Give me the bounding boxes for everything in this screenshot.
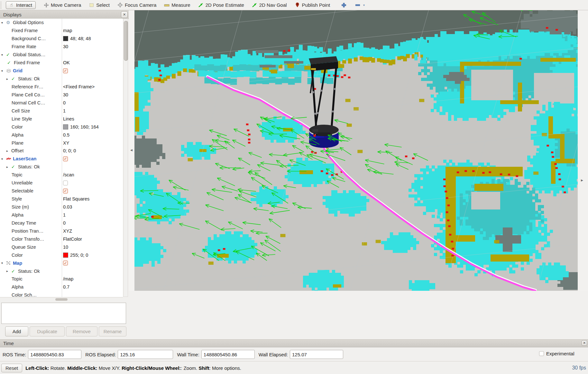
- property-value[interactable]: 1: [63, 212, 66, 218]
- checkbox-checked-icon[interactable]: ✓: [63, 261, 68, 265]
- tool-select[interactable]: Select: [89, 2, 110, 8]
- property-value[interactable]: ✓: [63, 261, 68, 265]
- dropdown-caret-icon[interactable]: ▾: [363, 4, 365, 7]
- expander-closed-icon[interactable]: ▸: [6, 77, 11, 81]
- checkbox-checked-icon[interactable]: ✓: [63, 156, 68, 161]
- property-value[interactable]: 1: [63, 108, 66, 113]
- right-splitter[interactable]: ▶: [578, 10, 588, 291]
- duplicate-display-button[interactable]: Duplicate: [30, 326, 65, 336]
- expander-open-icon[interactable]: ▾: [1, 157, 6, 161]
- experimental-checkbox[interactable]: [539, 351, 544, 356]
- tree-row[interactable]: Color Sch…: [0, 291, 123, 297]
- tree-row[interactable]: Color Transfo…FlatColor: [0, 235, 123, 243]
- tree-row[interactable]: Fixed Framemap: [0, 27, 123, 35]
- property-value[interactable]: 0: [63, 100, 66, 105]
- tree-row[interactable]: StyleFlat Squares: [0, 195, 123, 203]
- expander-open-icon[interactable]: ▾: [1, 21, 6, 24]
- tree-row[interactable]: ✓Fixed FrameOK: [0, 59, 123, 67]
- scrollbar-thumb[interactable]: [55, 298, 68, 301]
- tool-move-camera[interactable]: Move Camera: [43, 2, 81, 8]
- checkbox-checked-icon[interactable]: ✓: [63, 189, 68, 193]
- tree-vertical-scrollbar[interactable]: [123, 19, 128, 297]
- property-value[interactable]: ✓: [63, 189, 68, 193]
- tool-2d-pose-estimate[interactable]: 2D Pose Estimate: [198, 2, 244, 8]
- left-splitter[interactable]: ◀: [129, 10, 134, 291]
- tree-row[interactable]: ▸✓Status: Ok: [0, 267, 123, 275]
- expander-closed-icon[interactable]: ▸: [6, 269, 11, 273]
- color-swatch[interactable]: [63, 124, 68, 129]
- property-value[interactable]: 10: [63, 245, 68, 250]
- tree-row[interactable]: Size (m)0.03: [0, 203, 123, 211]
- property-value[interactable]: 0: [63, 220, 66, 226]
- tree-row[interactable]: ▾⚙Global Options: [0, 19, 123, 27]
- property-value[interactable]: ✓: [63, 68, 68, 73]
- tree-row[interactable]: ▸✓Status: Ok: [0, 163, 123, 171]
- property-value[interactable]: 0; 0; 0: [63, 148, 76, 153]
- toolbar-drag-handle[interactable]: [1, 2, 3, 9]
- property-value[interactable]: FlatColor: [63, 236, 82, 242]
- expander-open-icon[interactable]: ▾: [1, 261, 6, 265]
- tree-row[interactable]: Background C…48; 48; 48: [0, 35, 123, 43]
- rename-display-button[interactable]: Rename: [99, 326, 126, 336]
- tree-row[interactable]: Plane Cell Co…30: [0, 91, 123, 99]
- color-swatch[interactable]: [63, 253, 68, 258]
- tree-row[interactable]: ▸Offset0; 0; 0: [0, 147, 123, 155]
- tree-row[interactable]: Line StyleLines: [0, 115, 123, 123]
- panel-collapse-right-icon[interactable]: ▶: [581, 179, 583, 182]
- tool-interact[interactable]: ☝Interact: [6, 1, 36, 9]
- tree-row[interactable]: Alpha0.5: [0, 131, 123, 139]
- tree-row[interactable]: Color160; 160; 164: [0, 123, 123, 131]
- tool-measure[interactable]: Measure: [164, 2, 190, 8]
- tree-row[interactable]: Normal Cell C…0: [0, 99, 123, 107]
- property-value[interactable]: /scan: [63, 172, 74, 177]
- tool-focus-camera[interactable]: Focus Camera: [117, 2, 156, 8]
- time-close-icon[interactable]: ✕: [582, 340, 587, 346]
- property-value[interactable]: XY: [63, 140, 69, 146]
- property-value[interactable]: XYZ: [63, 228, 72, 234]
- tree-row[interactable]: ▾✓Global Status…: [0, 51, 123, 59]
- tree-row[interactable]: ▸✓Status: Ok: [0, 75, 123, 83]
- property-value[interactable]: 30: [63, 44, 68, 49]
- tree-row[interactable]: ▾LaserScan✓: [0, 155, 123, 163]
- tree-row[interactable]: Cell Size1: [0, 107, 123, 115]
- tree-row[interactable]: Alpha0.7: [0, 283, 123, 291]
- property-value[interactable]: map: [63, 28, 72, 33]
- displays-property-tree[interactable]: ▾⚙Global OptionsFixed FramemapBackground…: [0, 19, 123, 297]
- property-value[interactable]: ✓: [63, 156, 68, 161]
- property-value[interactable]: 48; 48; 48: [63, 36, 91, 41]
- tree-row[interactable]: PlaneXY: [0, 139, 123, 147]
- tree-row[interactable]: Alpha1: [0, 211, 123, 219]
- tree-row[interactable]: Queue Size10: [0, 243, 123, 251]
- color-swatch[interactable]: [63, 36, 68, 41]
- wall-time-input[interactable]: [201, 350, 255, 359]
- property-value[interactable]: 255; 0; 0: [63, 253, 88, 258]
- tree-row[interactable]: Reference Fr…<Fixed Frame>: [0, 83, 123, 91]
- displays-close-icon[interactable]: ✕: [121, 11, 128, 18]
- tree-row[interactable]: Frame Rate30: [0, 43, 123, 51]
- checkbox-unchecked-icon[interactable]: [63, 181, 68, 185]
- tree-row[interactable]: Unreliable: [0, 179, 123, 187]
- expander-open-icon[interactable]: ▾: [1, 69, 6, 73]
- expander-open-icon[interactable]: ▾: [1, 53, 6, 57]
- tree-row[interactable]: Decay Time0: [0, 219, 123, 227]
- property-value[interactable]: 0.03: [63, 204, 72, 209]
- property-value[interactable]: [63, 181, 68, 185]
- property-value[interactable]: 0.5: [63, 132, 69, 138]
- tree-row[interactable]: ▾Map✓: [0, 259, 123, 267]
- checkbox-checked-icon[interactable]: ✓: [63, 68, 68, 73]
- experimental-toggle[interactable]: Experimental: [539, 351, 574, 356]
- expander-closed-icon[interactable]: ▸: [6, 165, 11, 169]
- tree-row[interactable]: Topic/map: [0, 275, 123, 283]
- add-tool-button[interactable]: [341, 2, 346, 8]
- panel-collapse-left-icon[interactable]: ◀: [130, 148, 133, 152]
- property-value[interactable]: 30: [63, 92, 68, 97]
- tree-horizontal-scrollbar[interactable]: [0, 297, 123, 302]
- property-value[interactable]: OK: [63, 60, 70, 65]
- ros-time-input[interactable]: [28, 350, 81, 359]
- remove-tool-button[interactable]: ▾: [355, 2, 365, 8]
- remove-display-button[interactable]: Remove: [66, 326, 97, 336]
- tool-2d-nav-goal[interactable]: 2D Nav Goal: [252, 2, 287, 8]
- reset-button[interactable]: Reset: [1, 364, 22, 372]
- tree-row[interactable]: ▾Grid✓: [0, 67, 123, 75]
- property-value[interactable]: Lines: [63, 116, 74, 121]
